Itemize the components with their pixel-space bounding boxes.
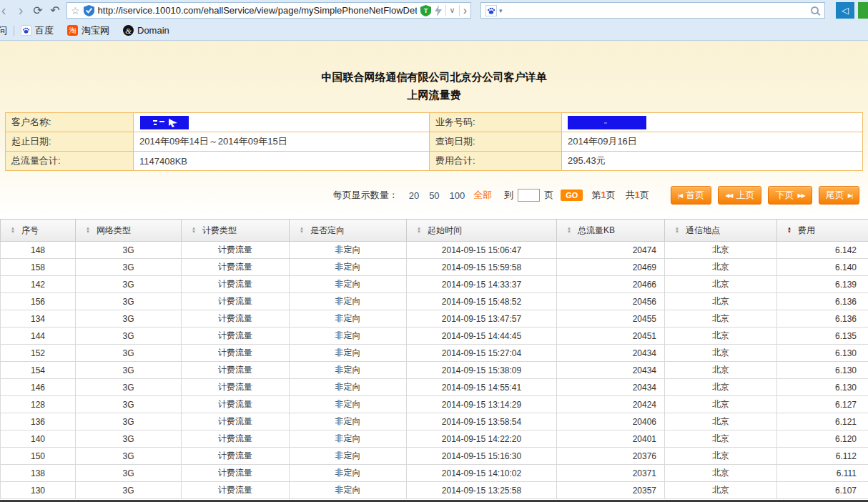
table-cell: 20376 (557, 448, 665, 465)
column-header-4[interactable]: ▲▼是否定向 (290, 220, 407, 242)
domain-icon: & (123, 25, 134, 36)
table-cell: 计费流量 (182, 379, 290, 396)
url-text[interactable]: http://iservice.10010.com/ehallService/v… (98, 5, 417, 16)
table-cell: 北京 (665, 345, 777, 362)
table-cell: 3G (76, 448, 182, 465)
table-cell: 6.111 (777, 465, 868, 482)
table-cell: 2014-09-15 14:55:41 (407, 379, 557, 396)
column-header-1[interactable]: ▲▼序号 (1, 220, 76, 242)
go-button[interactable]: GO (561, 190, 583, 201)
column-header-6[interactable]: ▲▼总流量KB (557, 220, 665, 242)
table-cell: 非定向 (290, 396, 407, 413)
table-cell: 计费流量 (182, 276, 290, 293)
column-header-5[interactable]: ▲▼起始时间 (407, 220, 557, 242)
table-cell: 138 (1, 465, 76, 482)
back-icon[interactable]: ‹ (0, 2, 12, 19)
table-cell: 计费流量 (182, 482, 290, 499)
search-engine-icon[interactable] (485, 5, 497, 16)
table-cell: 2014-09-15 14:22:20 (407, 430, 557, 448)
table-cell: 3G (76, 259, 182, 276)
total-flow-label: 总流量合计: (6, 152, 134, 171)
table-cell: 20434 (557, 345, 665, 362)
bookmarks-bar: 问 百度 淘 淘宝网 & Domain (0, 21, 868, 41)
bookmark-label: Domain (137, 25, 169, 36)
refresh-icon[interactable]: ⟳ (29, 2, 46, 19)
page-size-50[interactable]: 50 (429, 190, 439, 201)
table-row: 1283G计费流量非定向2014-09-15 13:14:2920424北京6.… (1, 396, 868, 413)
speaker-icon[interactable]: ◁ (836, 2, 854, 19)
table-cell: 北京 (665, 379, 777, 396)
table-cell: 3G (76, 396, 182, 413)
flow-table-body: 1483G计费流量非定向2014-09-15 15:06:4720474北京6.… (1, 242, 868, 499)
total-pages-indicator: 共1页 (626, 189, 649, 202)
sort-icon: ▲▼ (11, 227, 15, 234)
total-pages-suffix: 页 (640, 190, 649, 200)
next-page-button[interactable]: 下页 ▶▶ (768, 186, 812, 205)
prev-page-icon: ◀◀ (725, 192, 732, 199)
flow-detail-table: ▲▼序号▲▼网络类型▲▼计费类型▲▼是否定向▲▼起始时间▲▼总流量KB▲▼通信地… (0, 219, 868, 499)
bookmark-star-icon[interactable]: ☆ (71, 5, 80, 16)
search-input[interactable] (505, 4, 809, 17)
table-cell: 非定向 (290, 448, 407, 465)
table-cell: 6.112 (777, 448, 868, 465)
go-arrow-icon[interactable]: › (463, 4, 467, 17)
table-cell: 北京 (665, 482, 777, 499)
table-cell: 6.142 (777, 242, 868, 259)
column-header-8[interactable]: ▲▼费用 (777, 220, 868, 242)
page-size-20[interactable]: 20 (409, 190, 419, 201)
bookmark-item-overflow[interactable]: 问 (0, 24, 7, 37)
table-row: 1443G计费流量非定向2014-09-15 14:44:4520451北京6.… (1, 328, 868, 345)
page-size-100[interactable]: 100 (450, 190, 465, 201)
undo-icon[interactable]: ↶ (46, 2, 64, 19)
current-page-prefix: 第 (591, 190, 601, 200)
column-label: 总流量KB (578, 225, 615, 237)
search-box[interactable]: ▾ (480, 2, 825, 19)
table-cell: 计费流量 (182, 293, 290, 310)
table-cell: 非定向 (290, 362, 407, 379)
column-header-3[interactable]: ▲▼计费类型 (182, 220, 290, 242)
bookmark-item-domain[interactable]: & Domain (123, 25, 169, 36)
table-cell: 3G (76, 465, 182, 482)
table-row: 1363G计费流量非定向2014-09-15 13:58:5420406北京6.… (1, 413, 868, 430)
total-pages-prefix: 共 (626, 190, 635, 200)
extension-icon[interactable] (858, 2, 868, 19)
page-size-all[interactable]: 全部 (473, 189, 492, 202)
forward-icon[interactable]: › (12, 2, 29, 19)
table-cell: 3G (76, 310, 182, 328)
summary-panel: 客户名称: 业务号码: 起止日期: 2014年 (5, 112, 863, 171)
table-cell: 北京 (665, 448, 777, 465)
address-bar[interactable]: ☆ http://iservice.10010.com/ehallService… (66, 2, 471, 19)
sort-icon: ▲▼ (300, 227, 304, 234)
table-cell: 计费流量 (182, 345, 290, 362)
table-cell: 非定向 (290, 465, 407, 482)
table-row: 1583G计费流量非定向2014-09-15 15:59:5820469北京6.… (1, 259, 868, 276)
search-icon[interactable] (811, 6, 819, 14)
last-page-button[interactable]: 尾页 ▶| (819, 186, 859, 205)
prev-page-button[interactable]: ◀◀ 上页 (718, 186, 761, 205)
table-cell: 134 (1, 310, 76, 328)
table-cell: 6.140 (777, 259, 868, 276)
first-page-button[interactable]: |◀ 首页 (671, 186, 711, 205)
chevron-down-icon[interactable]: ∨ (450, 6, 455, 15)
lightning-icon[interactable] (435, 5, 442, 16)
query-date-value: 2014年09月16日 (562, 132, 863, 152)
refresh-glyph: ⟳ (33, 4, 42, 17)
table-cell: 6.130 (777, 379, 868, 396)
page-number-input[interactable] (518, 189, 540, 202)
table-cell: 北京 (665, 293, 777, 310)
column-header-2[interactable]: ▲▼网络类型 (76, 220, 182, 242)
page-title: 中国联合网络通信有限公司北京分公司客户详单 (0, 41, 868, 84)
safety-t-shield-icon[interactable]: T (420, 5, 431, 16)
last-page-icon: ▶| (848, 192, 852, 199)
table-cell: 北京 (665, 362, 777, 379)
redacted-service-number (568, 116, 646, 129)
table-cell: 非定向 (290, 310, 407, 328)
bookmark-item-taobao[interactable]: 淘 淘宝网 (67, 24, 109, 37)
bookmark-item-baidu[interactable]: 百度 (21, 24, 54, 37)
prev-page-label: 上页 (736, 189, 754, 202)
column-header-7[interactable]: ▲▼通信地点 (665, 220, 777, 242)
table-cell: 6.135 (777, 328, 868, 345)
query-date-label: 查询日期: (430, 132, 562, 152)
divider (14, 26, 14, 36)
search-engine-caret-icon[interactable]: ▾ (499, 7, 503, 14)
